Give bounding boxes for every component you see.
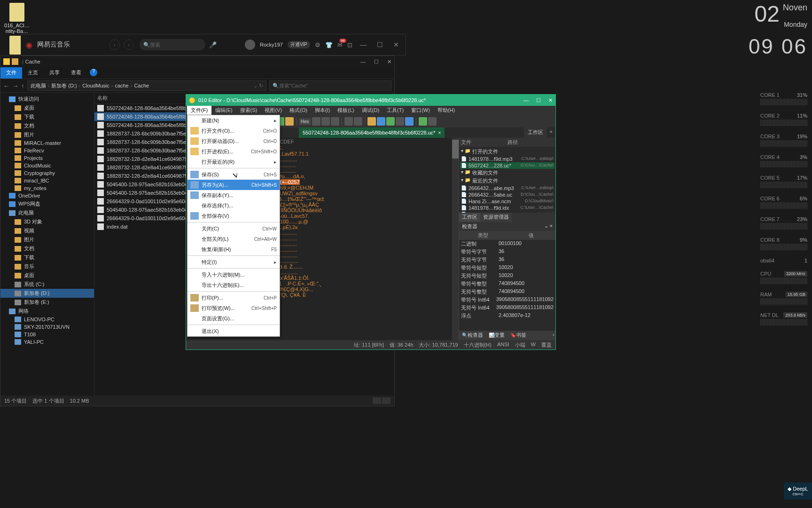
sidebar-item[interactable]: 新加卷 (E:) (0, 298, 94, 307)
close-button[interactable]: ✕ (548, 97, 553, 103)
sidebar-item[interactable]: my_notes (0, 184, 94, 192)
tree-group[interactable]: ▾ 📁 收藏的文件 (460, 169, 554, 177)
menu-item[interactable]: 保存(S)Ctrl+S (187, 169, 280, 180)
sidebar-item[interactable]: miracl_IBC (0, 177, 94, 184)
sidebar-item[interactable]: 网络 (0, 307, 94, 316)
editor-titlebar[interactable]: 🟡 010 Editor - D:\CloudMusic\cache\Cache… (186, 95, 555, 106)
close-tab-icon[interactable]: × (438, 130, 441, 135)
col-path[interactable]: 路径 (508, 139, 554, 146)
document-tab[interactable]: 550724248-128-806aa3564be5f8bbe48fbf3c5b… (299, 127, 445, 138)
tab-explorer[interactable]: 资源管理器 (480, 213, 512, 222)
tree-group[interactable]: ▾ 📁 打开的文件 (460, 148, 554, 156)
menu-item[interactable]: 保存副本(Y)... (187, 190, 280, 200)
scroll-right-icon[interactable]: › (552, 331, 555, 340)
col-file[interactable]: 文件 (461, 139, 508, 146)
ribbon-tab-home[interactable]: 主页 (22, 67, 44, 79)
menu-item[interactable]: 脚本(I) (311, 106, 334, 115)
mic-icon[interactable]: 🎤 (209, 41, 217, 48)
menu-item[interactable]: 格式(O) (286, 106, 311, 115)
search-input[interactable]: 🔍 搜索"Cache" (269, 80, 391, 91)
sidebar-item[interactable]: 下载 (0, 253, 94, 262)
sidebar-item[interactable]: YALI-PC (0, 338, 94, 346)
menu-item[interactable]: 特定(I)▸ (187, 257, 280, 267)
menu-item[interactable]: 关闭(C)Ctrl+W (187, 223, 280, 234)
pause-button[interactable] (428, 117, 437, 126)
mini-icon[interactable]: ⊡ (347, 41, 352, 48)
tree-item[interactable]: 📄 1481978…f9d.mp3C:\User…esktop\ (460, 156, 554, 162)
toolbar-button[interactable] (386, 117, 395, 126)
ribbon-tab-file[interactable]: 文件 (0, 67, 22, 79)
view-icons-button[interactable] (382, 397, 390, 404)
breadcrumb[interactable]: 此电脑› 新加卷 (D:)› CloudMusic› cache› Cache … (27, 80, 267, 91)
sidebar-item[interactable]: 图片 (0, 130, 94, 139)
username[interactable]: Rocky197 (260, 42, 283, 48)
sidebar-item[interactable]: LENOVO-PC (0, 316, 94, 323)
menu-item[interactable]: 保存选择(T)... (187, 200, 280, 211)
status-mode[interactable]: 覆盖 (541, 341, 552, 349)
tree-item[interactable]: 📄 2666432…abe.mp3C:\User…esktop\ (460, 185, 554, 191)
menu-item[interactable]: 打开驱动器(D)...Ctrl+D (187, 136, 280, 146)
forward-button[interactable]: → (12, 82, 18, 89)
back-button[interactable]: ‹ (109, 40, 120, 50)
menu-item[interactable]: 视图(V) (261, 106, 286, 115)
menu-item[interactable]: 新建(N)▸ (187, 115, 280, 126)
menu-item[interactable]: 打印(P)...Ctrl+P (187, 293, 280, 303)
toolbar-button[interactable] (321, 117, 330, 126)
tree-item[interactable]: 📄 1481978…f9d.idxC:\User…\Cache\ (460, 205, 554, 211)
menu-item[interactable]: 工具(T) (383, 106, 407, 115)
ribbon-tab-view[interactable]: 查看 (65, 67, 87, 79)
status-encoding[interactable]: ANSI (497, 341, 509, 349)
menu-item[interactable]: 帮助(H) (434, 106, 459, 115)
shirt-icon[interactable]: 👕 (325, 41, 333, 48)
tree-item[interactable]: 📄 2666432…5abe.ucD:\Clou…\Cache\ (460, 191, 554, 198)
tab-workspace[interactable]: 工作区 (459, 213, 480, 222)
toolbar-button[interactable] (405, 117, 414, 126)
menu-item[interactable]: 文件(F) (187, 106, 211, 115)
minimize-button[interactable]: — (360, 59, 366, 65)
sidebar-item[interactable]: Projects (0, 154, 94, 162)
sidebar-item[interactable]: 音乐 (0, 262, 94, 271)
hex-mode-button[interactable]: Hex (299, 118, 311, 125)
toolbar-button[interactable] (396, 117, 404, 126)
sidebar-item[interactable]: CloudMusic (0, 162, 94, 169)
tree-group[interactable]: ▾ 📁 最近的文件 (460, 177, 554, 185)
tree-item[interactable]: 📄 5507242…228.uc*D:\Clou…\Cache\ (460, 162, 554, 169)
toolbar-button[interactable] (377, 117, 385, 126)
menu-item[interactable]: 另存为(A)...Ctrl+Shift+S (187, 180, 280, 190)
sidebar-item[interactable]: Cryptography (0, 169, 94, 177)
tab-variables[interactable]: 📊变量 (486, 331, 508, 340)
sidebar-item[interactable]: 新加卷 (D:) (0, 289, 94, 298)
sidebar-item[interactable]: 3D 对象 (0, 217, 94, 226)
menu-item[interactable]: 编辑(E) (211, 106, 236, 115)
menu-item[interactable]: 打开进程(E)...Ctrl+Shift+O (187, 146, 280, 157)
mail-icon[interactable]: ✉96 (337, 41, 343, 48)
toolbar-button[interactable] (354, 117, 362, 126)
scrollbar[interactable] (452, 138, 459, 340)
menu-item[interactable]: 页面设置(G)... (187, 313, 280, 324)
sidebar-item[interactable]: WPS网盘 (0, 199, 94, 208)
maximize-button[interactable]: ☐ (377, 41, 383, 48)
menu-item[interactable]: 全部关闭(L)Ctrl+Alt+W (187, 234, 280, 244)
sidebar-item[interactable]: FileRecv (0, 147, 94, 154)
help-icon[interactable]: ? (90, 69, 97, 76)
sidebar-item[interactable]: 桌面 (0, 271, 94, 280)
menu-item[interactable]: 导出十六进制(E)... (187, 280, 280, 290)
sidebar-item[interactable]: 桌面 (0, 103, 94, 112)
sidebar-item[interactable]: SKY-20170713UVN (0, 323, 94, 331)
menu-item[interactable]: 调试(D) (358, 106, 383, 115)
up-button[interactable]: ↑ (21, 82, 24, 89)
menu-item[interactable]: 全部保存(V) (187, 211, 280, 221)
sidebar-item[interactable]: 下载 (0, 112, 94, 121)
sidebar-item[interactable]: 此电脑 (0, 208, 94, 217)
menu-item[interactable]: 窗口(W) (407, 106, 434, 115)
replace-button[interactable] (285, 117, 294, 126)
menu-item[interactable]: 打印预览(W)...Ctrl+Shift+P (187, 303, 280, 313)
run-button[interactable] (419, 117, 427, 126)
minimize-button[interactable]: — (360, 41, 367, 48)
deepl-widget[interactable]: ◆ DeepL Ctrl+C (784, 483, 812, 500)
avatar[interactable] (245, 40, 255, 50)
minimize-button[interactable]: — (523, 97, 529, 103)
ribbon-tab-share[interactable]: 共享 (44, 67, 65, 79)
maximize-button[interactable]: ☐ (374, 59, 379, 65)
status-format[interactable]: 十六进制(H) (464, 341, 492, 349)
